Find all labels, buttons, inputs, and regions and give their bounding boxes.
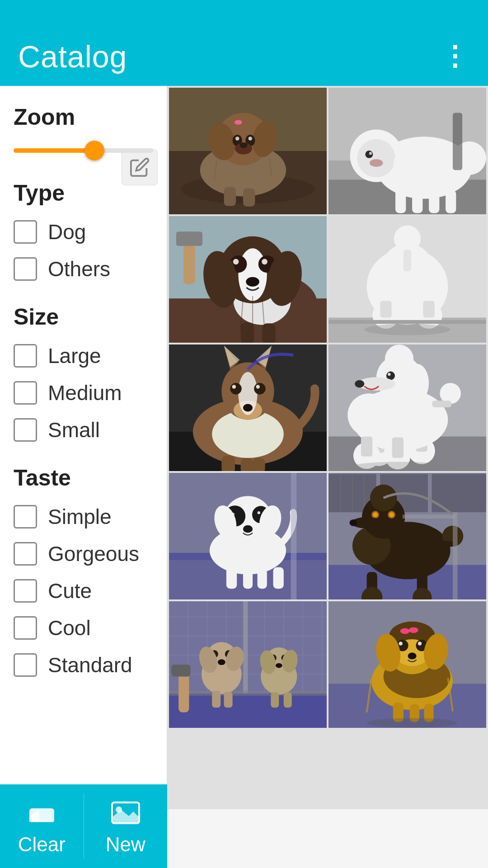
svg-rect-133 [258, 569, 267, 589]
dog-label: Dog [48, 220, 86, 244]
svg-point-78 [234, 401, 262, 420]
svg-rect-131 [226, 567, 237, 589]
bottom-bar: Clear New [0, 784, 167, 868]
cute-checkbox[interactable] [14, 579, 37, 603]
image-cell-6[interactable] [328, 344, 486, 471]
zoom-thumb[interactable] [84, 141, 104, 160]
svg-point-102 [385, 444, 410, 469]
small-checkbox-item[interactable]: Small [14, 418, 153, 442]
svg-point-43 [219, 236, 286, 303]
svg-rect-57 [328, 216, 486, 343]
svg-rect-20 [328, 179, 486, 214]
svg-rect-67 [423, 301, 434, 318]
new-icon [110, 797, 141, 829]
svg-point-182 [261, 658, 297, 694]
svg-rect-27 [446, 190, 456, 213]
gorgeous-checkbox-item[interactable]: Gorgeous [14, 542, 153, 566]
svg-point-215 [367, 718, 458, 727]
zoom-slider[interactable] [14, 144, 153, 157]
svg-rect-137 [291, 473, 297, 599]
standard-checkbox-item[interactable]: Standard [14, 653, 153, 677]
image-cell-2[interactable] [328, 88, 486, 214]
svg-point-5 [204, 119, 239, 163]
image-cell-5[interactable] [169, 344, 327, 471]
image-cell-3[interactable] [169, 216, 327, 343]
cool-checkbox[interactable] [14, 616, 37, 640]
svg-point-34 [370, 159, 383, 167]
dog-checkbox[interactable] [14, 220, 37, 244]
svg-line-13 [214, 160, 216, 179]
simple-checkbox[interactable] [14, 505, 37, 528]
svg-point-153 [373, 512, 378, 517]
svg-point-148 [352, 527, 391, 565]
svg-point-180 [197, 645, 220, 675]
svg-point-161 [442, 526, 464, 547]
svg-rect-36 [169, 216, 327, 343]
svg-point-124 [230, 511, 239, 521]
image-cell-9[interactable] [169, 601, 327, 728]
svg-point-107 [385, 344, 413, 373]
svg-rect-105 [390, 384, 407, 415]
image-grid [167, 86, 488, 809]
overflow-menu-button[interactable]: ⋮ [441, 43, 470, 70]
svg-rect-139 [328, 473, 486, 565]
svg-point-48 [262, 259, 267, 265]
svg-point-68 [386, 270, 405, 289]
cute-checkbox-item[interactable]: Cute [14, 579, 153, 603]
svg-point-135 [234, 539, 245, 550]
image-cell-1[interactable] [169, 88, 327, 214]
simple-checkbox-item[interactable]: Simple [14, 505, 153, 529]
svg-rect-73 [169, 344, 327, 471]
svg-rect-171 [243, 601, 248, 693]
svg-rect-66 [380, 301, 391, 318]
new-button[interactable]: New [84, 784, 168, 868]
svg-point-80 [230, 383, 241, 394]
cool-checkbox-item[interactable]: Cool [14, 616, 153, 640]
svg-point-206 [400, 628, 410, 634]
small-checkbox[interactable] [14, 418, 37, 442]
svg-rect-74 [169, 432, 327, 471]
svg-point-3 [200, 144, 286, 196]
svg-point-151 [371, 511, 379, 519]
svg-point-101 [353, 442, 380, 469]
svg-rect-19 [328, 160, 486, 214]
svg-rect-173 [178, 670, 189, 712]
svg-point-44 [238, 248, 267, 301]
svg-point-120 [210, 527, 286, 575]
svg-point-130 [256, 503, 285, 538]
standard-checkbox[interactable] [14, 653, 37, 677]
svg-point-196 [371, 653, 453, 710]
svg-rect-170 [169, 693, 327, 728]
image-cell-10[interactable] [328, 601, 486, 728]
svg-point-83 [256, 385, 259, 388]
dog-checkbox-item[interactable]: Dog [14, 220, 153, 244]
svg-rect-24 [395, 189, 406, 213]
image-cell-8[interactable] [328, 473, 486, 599]
svg-point-22 [350, 129, 403, 182]
svg-rect-189 [212, 691, 221, 708]
type-filter-group: Type Dog Others [14, 180, 153, 281]
image-cell-4[interactable] [328, 216, 486, 343]
svg-point-179 [218, 659, 225, 665]
others-checkbox[interactable] [14, 257, 37, 281]
large-checkbox-item[interactable]: Large [14, 344, 153, 368]
svg-rect-174 [171, 665, 190, 676]
svg-point-125 [257, 510, 265, 519]
svg-rect-0 [169, 88, 327, 214]
svg-rect-37 [169, 216, 327, 298]
svg-point-126 [232, 513, 235, 515]
svg-rect-140 [328, 565, 486, 599]
medium-checkbox[interactable] [14, 381, 37, 405]
image-cell-7[interactable] [169, 473, 327, 599]
svg-point-147 [364, 522, 450, 579]
svg-rect-162 [435, 541, 454, 547]
svg-point-69 [409, 268, 430, 289]
large-checkbox[interactable] [14, 344, 37, 368]
clear-button[interactable]: Clear [0, 784, 84, 868]
svg-line-14 [269, 158, 272, 177]
medium-checkbox-item[interactable]: Medium [14, 381, 153, 405]
status-bar [0, 0, 488, 27]
others-checkbox-item[interactable]: Others [14, 257, 153, 281]
gorgeous-checkbox[interactable] [14, 542, 37, 566]
svg-point-121 [223, 496, 273, 546]
